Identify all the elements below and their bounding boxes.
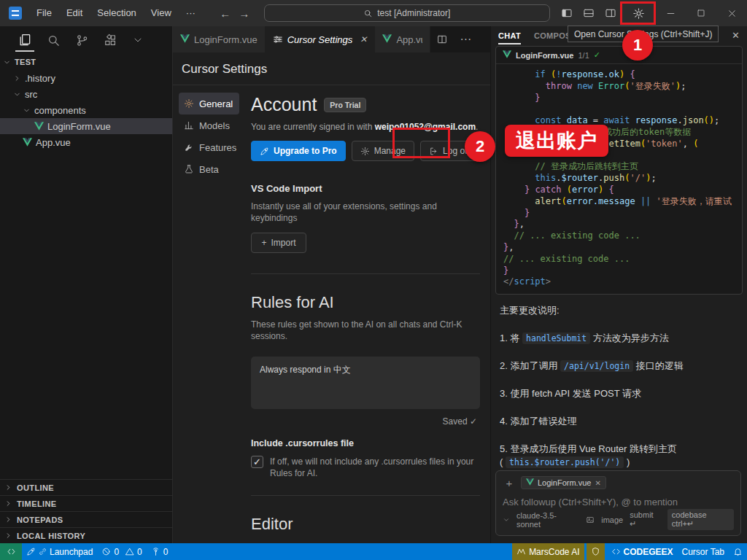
cursor-tab-status-item[interactable]: Cursor Tab bbox=[678, 543, 729, 560]
split-editor-icon[interactable] bbox=[430, 26, 454, 52]
tab-loginform[interactable]: LoginForm.vue bbox=[173, 26, 266, 52]
settings-nav-general[interactable]: General bbox=[179, 93, 239, 114]
rules-textarea[interactable]: Always respond in 中文 bbox=[251, 357, 480, 409]
search-box[interactable]: test [Administrator] bbox=[264, 4, 550, 22]
note-item: 主要更改说明: bbox=[500, 304, 738, 317]
problems-status-item[interactable]: 0 0 bbox=[97, 543, 146, 560]
file-explorer-tree: TEST .history src components LoginForm.v… bbox=[0, 54, 172, 150]
notifications-bell-item[interactable] bbox=[729, 543, 747, 560]
chat-input-placeholder[interactable]: Ask followup (Ctrl+Shift+Y), @ to mentio… bbox=[503, 497, 734, 508]
settings-nav-models[interactable]: Models bbox=[179, 114, 239, 136]
applied-check-icon: ✓ bbox=[594, 50, 600, 60]
note-item: 2. 添加了调用 /api/v1/login 接口的逻辑 bbox=[500, 359, 738, 373]
settings-nav-beta[interactable]: Beta bbox=[179, 158, 239, 180]
cursor-settings-panel: Cursor Settings General Models bbox=[173, 52, 490, 543]
vscode-import-heading: VS Code Import bbox=[251, 183, 480, 194]
model-selector[interactable]: claude-3.5-sonnet bbox=[516, 511, 579, 529]
history-back-icon[interactable]: ← bbox=[216, 7, 235, 20]
shield-icon bbox=[591, 547, 600, 556]
tab-appvue[interactable]: App.vue bbox=[375, 26, 430, 52]
code-line: } bbox=[503, 93, 742, 104]
model-dropdown-chevron-icon[interactable] bbox=[503, 516, 510, 524]
menu-selection[interactable]: Selection bbox=[90, 0, 143, 26]
code-line: } bbox=[503, 208, 742, 219]
minimize-button[interactable] bbox=[655, 0, 686, 26]
chevron-down-icon bbox=[23, 106, 31, 114]
image-icon[interactable] bbox=[586, 516, 595, 524]
tab-cursor-settings[interactable]: Cursor Settings ✕ bbox=[266, 26, 376, 52]
more-views-chevron-icon[interactable] bbox=[132, 26, 144, 54]
section-notepads[interactable]: NOTEPADS bbox=[0, 511, 172, 527]
menu-edit[interactable]: Edit bbox=[59, 0, 90, 26]
settings-nav-features[interactable]: Features bbox=[179, 136, 239, 158]
code-line: // ... existing code ... bbox=[503, 230, 742, 242]
menu-more[interactable]: ··· bbox=[179, 0, 203, 26]
marscode-status-item[interactable]: MarsCode AI bbox=[512, 543, 584, 560]
layout-panel-icon[interactable] bbox=[578, 0, 600, 26]
beaker-icon bbox=[184, 164, 194, 174]
bell-icon bbox=[733, 547, 743, 556]
codebase-button[interactable]: codebase ctrl+↵ bbox=[667, 509, 734, 530]
chat-input-box[interactable]: + LoginForm.vue ✕ Ask followup (Ctrl+Shi… bbox=[495, 470, 741, 536]
include-cursorrules-checkbox[interactable]: ✓ bbox=[251, 456, 263, 468]
layout-sidebar-right-icon[interactable] bbox=[600, 0, 622, 26]
tree-item-history[interactable]: .history bbox=[0, 70, 172, 86]
source-control-icon[interactable] bbox=[75, 26, 89, 54]
codegeex-status-item[interactable]: CODEGEEX bbox=[607, 543, 678, 560]
annotation-box-logout bbox=[392, 128, 450, 158]
tab-composer[interactable]: COMPOSER bbox=[534, 26, 569, 44]
chevron-right-icon bbox=[4, 483, 12, 491]
ports-status-item[interactable]: 0 bbox=[147, 543, 173, 560]
remote-icon bbox=[7, 547, 16, 556]
remove-chip-icon[interactable]: ✕ bbox=[595, 479, 600, 487]
warning-icon bbox=[125, 547, 134, 556]
tree-item-components[interactable]: components bbox=[0, 102, 172, 118]
tree-item-loginform[interactable]: LoginForm.vue bbox=[0, 118, 172, 134]
add-context-button[interactable]: + bbox=[503, 476, 516, 489]
image-button[interactable]: image bbox=[601, 516, 623, 524]
upgrade-to-pro-button[interactable]: Upgrade to Pro bbox=[251, 141, 346, 161]
maximize-button[interactable] bbox=[686, 0, 716, 26]
note-item: 3. 使用 fetch API 发送 POST 请求 bbox=[500, 387, 738, 400]
close-button[interactable] bbox=[716, 0, 747, 26]
code-line: } bbox=[503, 265, 742, 277]
marscode-assistant-item[interactable] bbox=[587, 543, 605, 560]
sliders-icon bbox=[273, 34, 283, 44]
tree-root-test[interactable]: TEST bbox=[0, 54, 172, 70]
vue-file-icon bbox=[34, 122, 44, 131]
menu-view[interactable]: View bbox=[144, 0, 179, 26]
code-lines: if (!response.ok) { throw new Error('登录失… bbox=[496, 64, 742, 294]
code-line: // ... existing code ... bbox=[503, 254, 742, 265]
layout-sidebar-left-icon[interactable] bbox=[556, 0, 578, 26]
section-local-history[interactable]: LOCAL HISTORY bbox=[0, 527, 172, 543]
remote-indicator[interactable] bbox=[0, 543, 22, 560]
editor-section-heading: Editor bbox=[251, 515, 480, 534]
import-button[interactable]: + Import bbox=[251, 233, 306, 253]
explorer-icon[interactable] bbox=[18, 26, 32, 54]
tree-item-src[interactable]: src bbox=[0, 86, 172, 102]
extensions-icon[interactable] bbox=[104, 26, 117, 54]
tree-item-appvue[interactable]: App.vue bbox=[0, 134, 172, 150]
menu-file[interactable]: File bbox=[29, 0, 59, 26]
submit-button[interactable]: submit ↵ bbox=[630, 510, 662, 529]
app-logo-icon[interactable] bbox=[9, 7, 22, 20]
launchpad-status-item[interactable]: Launchpad bbox=[22, 543, 97, 560]
marscode-logo-icon bbox=[516, 547, 526, 556]
cursor-app-window: File Edit Selection View ··· ← → test [A… bbox=[0, 0, 747, 560]
tab-chat[interactable]: CHAT bbox=[498, 26, 521, 44]
history-forward-icon[interactable]: → bbox=[235, 7, 254, 20]
code-block-filename[interactable]: LoginForm.vue bbox=[516, 51, 573, 60]
close-panel-icon[interactable]: ✕ bbox=[732, 30, 740, 41]
broadcast-tower-icon bbox=[151, 547, 160, 556]
close-tab-icon[interactable]: ✕ bbox=[360, 34, 367, 44]
context-chip-loginform[interactable]: LoginForm.vue ✕ bbox=[521, 476, 606, 489]
code-line: this.$router.push('/'); bbox=[503, 173, 742, 184]
section-outline[interactable]: OUTLINE bbox=[0, 479, 172, 495]
rules-heading: Rules for AI bbox=[251, 293, 480, 312]
editor-more-actions-icon[interactable]: ··· bbox=[454, 26, 477, 52]
search-sidebar-icon[interactable] bbox=[47, 26, 61, 54]
vue-file-icon bbox=[503, 50, 511, 60]
section-timeline[interactable]: TIMELINE bbox=[0, 495, 172, 511]
plus-icon: + bbox=[261, 238, 266, 248]
divider bbox=[251, 495, 480, 496]
